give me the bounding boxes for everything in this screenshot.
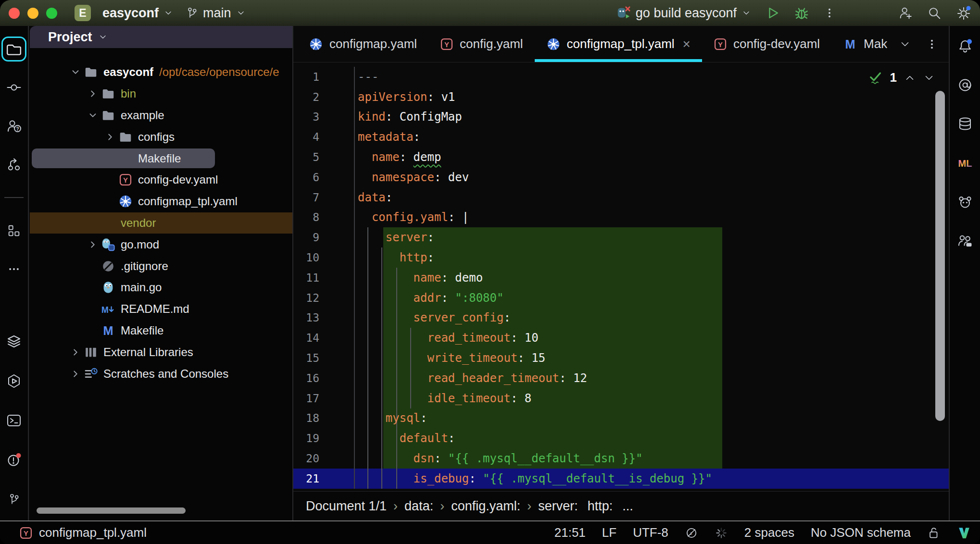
code-line-21[interactable]: 21 is_debug: "{{ .mysql__default__is_deb… — [293, 469, 949, 489]
breadcrumb-item[interactable]: Document 1/1 — [301, 499, 391, 514]
code-with-me-button[interactable] — [953, 228, 978, 253]
prev-problem-button[interactable] — [904, 72, 916, 84]
tree-row-makefile[interactable]: MMakefile — [30, 148, 292, 169]
close-tab-icon[interactable]: × — [683, 37, 691, 52]
learn-tool-button[interactable]: ? — [1, 113, 26, 138]
ai-assistant-button[interactable] — [953, 73, 978, 98]
settings-button[interactable] — [956, 5, 971, 21]
next-problem-button[interactable] — [923, 72, 935, 84]
tab-options-kebab-button[interactable] — [926, 38, 938, 50]
breadcrumb-item[interactable]: data: — [400, 499, 438, 514]
status-background-task-spinner[interactable] — [715, 526, 728, 540]
tree-row-external-libraries[interactable]: External Libraries — [30, 341, 292, 363]
structure-tool-button[interactable] — [1, 218, 26, 243]
more-actions-button[interactable] — [823, 7, 836, 19]
editor-tab-mak[interactable]: MMak — [831, 26, 899, 62]
tree-row-config-dev-yaml[interactable]: Yconfig-dev.yaml — [30, 169, 292, 191]
breadcrumb-item[interactable]: http: — [583, 499, 618, 514]
chevron-right-icon[interactable] — [102, 132, 118, 142]
code-line-3[interactable]: 3kind: ConfigMap — [293, 107, 949, 127]
run-button[interactable] — [766, 6, 780, 20]
code-line-5[interactable]: 5 name: demp — [293, 147, 949, 167]
code-line-18[interactable]: 18 mysql: — [293, 408, 949, 429]
code-line-7[interactable]: 7data: — [293, 187, 949, 208]
vcs-graph-tool-button[interactable] — [1, 152, 26, 177]
tree-row-easyconf[interactable]: easyconf/opt/case/opensource/e — [30, 62, 292, 83]
code-line-4[interactable]: 4metadata: — [293, 127, 949, 147]
status-inspections-off[interactable]: z — [685, 526, 698, 540]
chevron-down-icon[interactable] — [67, 67, 84, 77]
close-window-button[interactable] — [9, 8, 20, 19]
version-control-tool-button[interactable] — [1, 487, 26, 512]
status-encoding[interactable]: UTF-8 — [633, 525, 668, 540]
code-line-16[interactable]: 16 read_header_timeout: 12 — [293, 368, 949, 388]
notifications-button[interactable] — [953, 34, 978, 59]
editor-tab-configmap-tpl-yaml[interactable]: configmap_tpl.yaml× — [535, 26, 702, 62]
add-user-button[interactable] — [898, 6, 913, 20]
zoom-window-button[interactable] — [46, 8, 57, 19]
chevron-right-icon[interactable] — [85, 239, 101, 250]
tree-row-go-mod[interactable]: go.mod — [30, 234, 292, 255]
chevron-down-icon[interactable] — [85, 110, 101, 121]
tree-row-makefile[interactable]: MMakefile — [30, 320, 292, 342]
status-file-widget[interactable]: Y configmap_tpl.yaml — [19, 525, 147, 540]
debug-button[interactable] — [794, 6, 809, 20]
search-everywhere-button[interactable] — [927, 6, 942, 20]
code-line-19[interactable]: 19 default: — [293, 428, 949, 448]
tree-row-scratches-and-consoles[interactable]: Scratches and Consoles — [30, 363, 292, 384]
code-line-17[interactable]: 17 idle_timeout: 8 — [293, 388, 949, 408]
breadcrumb-item[interactable]: ... — [617, 499, 638, 514]
tree-row--gitignore[interactable]: .gitignore — [30, 255, 292, 277]
minimize-window-button[interactable] — [27, 8, 38, 19]
tree-row-configs[interactable]: configs — [30, 126, 292, 148]
code-line-15[interactable]: 15 write_timeout: 15 — [293, 348, 949, 368]
code-editor[interactable]: 1---2apiVersion: v13kind: ConfigMap4meta… — [293, 63, 949, 492]
project-panel-header[interactable]: Project — [30, 26, 292, 48]
breadcrumb-item[interactable]: config.yaml: — [446, 499, 525, 514]
commit-tool-button[interactable] — [1, 75, 26, 100]
run-configuration-selector[interactable]: go build easyconf — [616, 6, 751, 21]
chevron-right-icon[interactable] — [67, 347, 84, 358]
code-line-2[interactable]: 2apiVersion: v1 — [293, 87, 949, 107]
status-plugin-v-logo[interactable] — [957, 526, 971, 540]
status-caret-position[interactable]: 21:51 — [554, 525, 586, 540]
editor-tab-config-dev-yaml[interactable]: Yconfig-dev.yaml — [702, 26, 831, 62]
chevron-right-icon[interactable] — [85, 88, 101, 99]
vertical-scrollbar[interactable] — [935, 91, 945, 421]
code-line-8[interactable]: 8 config.yaml: | — [293, 208, 949, 228]
tab-list-chevron-button[interactable] — [899, 38, 911, 50]
services-tool-button[interactable] — [1, 329, 26, 354]
code-line-13[interactable]: 13 server_config: — [293, 308, 949, 328]
tree-row-example[interactable]: example — [30, 105, 292, 126]
uml-plugin-button[interactable]: ML — [953, 150, 978, 175]
chevron-right-icon[interactable] — [67, 369, 84, 379]
tree-row-bin[interactable]: bin — [30, 83, 292, 105]
more-tools-button[interactable] — [1, 257, 26, 282]
editor-tab-config-yaml[interactable]: Yconfig.yaml — [428, 26, 535, 62]
code-line-10[interactable]: 10 http: — [293, 247, 949, 268]
code-line-9[interactable]: 9 server: — [293, 227, 949, 247]
breadcrumb-item[interactable]: server: — [533, 499, 583, 514]
horizontal-scrollbar[interactable] — [37, 507, 186, 514]
project-widget[interactable]: E easyconf — [75, 5, 173, 21]
tree-row-configmap-tpl-yaml[interactable]: configmap_tpl.yaml — [30, 191, 292, 212]
run-tool-button[interactable] — [1, 369, 26, 394]
status-line-separator[interactable]: LF — [602, 525, 616, 540]
code-line-12[interactable]: 12 addr: ":8080" — [293, 288, 949, 308]
mascot-plugin-button[interactable] — [953, 189, 978, 214]
code-line-20[interactable]: 20 dsn: "{{ .mysql__default__dsn }}" — [293, 448, 949, 469]
problems-tool-button[interactable] — [1, 447, 26, 472]
editor-tab-configmap-yaml[interactable]: configmap.yaml — [297, 26, 428, 62]
status-indent[interactable]: 2 spaces — [744, 525, 794, 540]
inspection-widget[interactable]: 1 — [869, 70, 935, 85]
branch-widget[interactable]: main — [186, 6, 246, 21]
tree-row-readme-md[interactable]: MREADME.md — [30, 298, 292, 320]
tree-row-vendor[interactable]: vvendor — [30, 212, 292, 234]
terminal-tool-button[interactable] — [1, 408, 26, 433]
status-write-access[interactable] — [927, 526, 941, 540]
code-line-11[interactable]: 11 name: demo — [293, 268, 949, 288]
database-tool-button[interactable] — [953, 111, 978, 136]
tree-row-main-go[interactable]: main.go — [30, 277, 292, 298]
code-line-6[interactable]: 6 namespace: dev — [293, 167, 949, 187]
status-json-schema[interactable]: No JSON schema — [811, 525, 911, 540]
